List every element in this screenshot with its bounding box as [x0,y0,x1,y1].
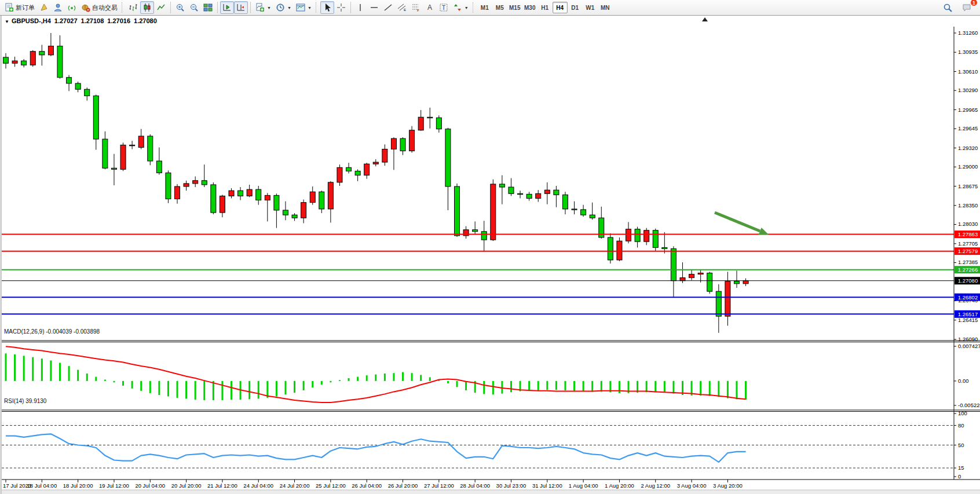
insert-group: ▼ ▼ ▼ [253,0,314,15]
timeframe-mn[interactable]: MN [598,2,613,13]
timeframe-h1[interactable]: H1 [537,2,553,13]
bar-chart-button[interactable] [126,1,140,14]
timeframe-m15[interactable]: M15 [507,2,522,13]
timeframe-m5[interactable]: M5 [492,2,507,13]
price-tick-label: 1.28675 [958,183,978,189]
channel-button[interactable]: E [395,1,409,14]
macd-histogram-bar [284,381,286,394]
fibonacci-button[interactable]: F [409,1,423,14]
candle [120,142,126,171]
macd-histogram-bar [23,356,25,381]
chart-title-bar[interactable]: ▼GBPUSD-,H41.270271.271081.270161.27080 [5,17,157,24]
candle [608,233,613,264]
cursor-icon [323,3,332,12]
timeframe-w1[interactable]: W1 [583,2,598,13]
zoom-in-button[interactable] [173,1,187,14]
macd-histogram-bar [95,377,97,381]
timeframe-m1[interactable]: M1 [477,2,492,13]
rsi-tick-label: 0 [958,473,961,480]
trendline-button[interactable] [381,1,395,14]
quote-open: 1.27027 [54,17,78,24]
search-button[interactable] [941,1,955,14]
rsi-tick-label: 15 [958,464,964,471]
time-tick-label: 18 Jul 04:00 [27,482,57,489]
time-tick-label: 31 Jul 12:00 [532,482,562,489]
chevron-down-icon: ▼ [287,6,291,10]
macd-histogram-bar [672,381,674,394]
styler-button[interactable] [37,1,51,14]
notifications-button[interactable]: 1 [960,1,974,14]
status-strip [2,490,980,494]
line-chart-button[interactable] [154,1,168,14]
chevron-down-icon: ▼ [308,6,312,10]
time-tick-label: 19 Jul 12:00 [99,482,129,489]
signals-button[interactable] [65,1,79,14]
timeframe-h4[interactable]: H4 [553,2,568,13]
candle [409,126,415,153]
autoscroll-button[interactable] [220,1,234,14]
chevron-down-icon: ▼ [465,6,469,10]
macd-tick-label: 0.00 [958,378,969,384]
macd-histogram-bar [357,377,359,381]
text-label-icon: T [439,3,448,12]
time-tick-label: 20 Jul 20:00 [171,482,202,489]
macd-histogram-bar [555,381,557,390]
horizontal-line-button[interactable] [367,1,381,14]
svg-text:F: F [417,9,419,12]
macd-histogram-bar [167,381,169,397]
arrows-button[interactable]: ▼ [451,1,471,14]
templates-button[interactable]: ▼ [294,1,314,14]
chart-shift-icon [236,3,246,12]
timeframe-d1[interactable]: D1 [568,2,583,13]
price-tick-label: 1.26090 [958,336,978,342]
autotrade-button[interactable]: 自动交易 [79,1,120,14]
macd-histogram-bar [86,374,88,381]
new-order-button[interactable]: 新订单 [2,1,37,14]
signal-icon [67,3,76,12]
time-tick-label: 24 Jul 20:00 [280,482,310,489]
candle [211,182,216,214]
price-tick-label: 1.29000 [958,163,978,170]
macd-histogram-bar [140,381,142,391]
macd-tick-label: -0.005226 [958,402,980,408]
chart-canvas-holder[interactable]: 1.312601.309351.306101.302901.299651.296… [2,16,980,494]
tile-windows-button[interactable] [201,1,215,14]
vertical-line-button[interactable] [353,1,367,14]
line-chart-icon [156,3,166,12]
trendline-icon [383,3,393,12]
chart-shift-button[interactable] [234,1,248,14]
macd-histogram-bar [50,360,52,380]
chevron-down-icon[interactable]: ▼ [5,19,9,24]
candlestick-button[interactable] [140,1,154,14]
crosshair-button[interactable] [334,1,348,14]
toolbar-handle [473,2,476,13]
time-tick-label: 1 Aug 04:00 [569,482,598,489]
macd-histogram-bar [429,377,431,380]
macd-histogram-bar [591,381,593,392]
price-line-label: 1.26802 [958,294,978,301]
macd-histogram-bar [654,381,656,392]
macd-histogram-bar [483,381,485,394]
chart-window[interactable]: 1.312601.309351.306101.302901.299651.296… [0,16,980,494]
text-button[interactable]: A [423,1,437,14]
time-tick-label: 26 Jul 04:00 [352,482,382,489]
macd-histogram-bar [447,381,449,383]
text-label-button[interactable]: T [437,1,451,14]
time-tick-label: 18 Jul 20:00 [63,482,93,489]
indicators-button[interactable]: ▼ [253,1,273,14]
macd-histogram-bar [393,373,394,381]
time-tick-label: 1 Aug 20:00 [605,482,634,489]
cursor-button[interactable] [320,1,334,14]
chart-canvas[interactable]: 1.312601.309351.306101.302901.299651.296… [2,16,980,494]
macd-histogram-bar [456,381,458,387]
timeframe-m30[interactable]: M30 [522,2,537,13]
indicators-icon [255,3,265,12]
periods-button[interactable]: ▼ [273,1,294,14]
zoom-out-button[interactable] [187,1,201,14]
macd-histogram-bar [276,381,277,397]
macd-histogram-bar [68,366,70,381]
community-button[interactable] [51,1,65,14]
macd-histogram-bar [465,381,467,390]
macd-histogram-bar [664,381,665,393]
vertical-line-icon [356,3,365,12]
